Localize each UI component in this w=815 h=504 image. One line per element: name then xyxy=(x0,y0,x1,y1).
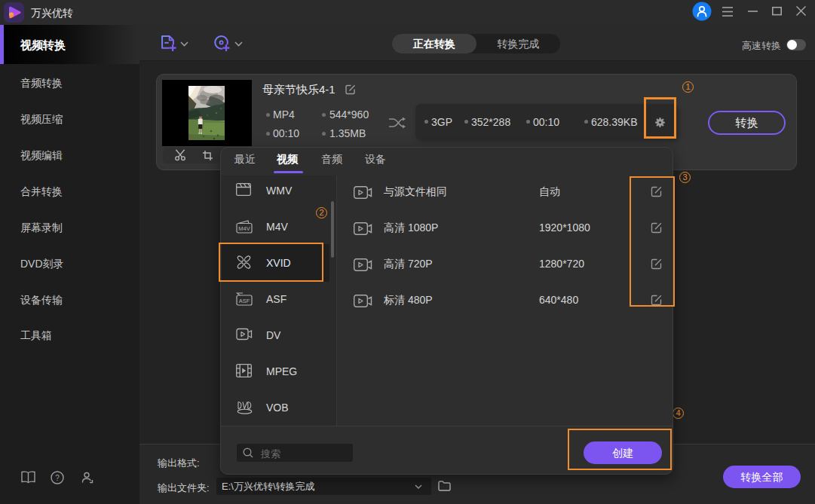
svg-text:M4V: M4V xyxy=(238,225,250,232)
svg-text:?: ? xyxy=(55,474,60,482)
svg-text:ASF: ASF xyxy=(239,298,250,304)
